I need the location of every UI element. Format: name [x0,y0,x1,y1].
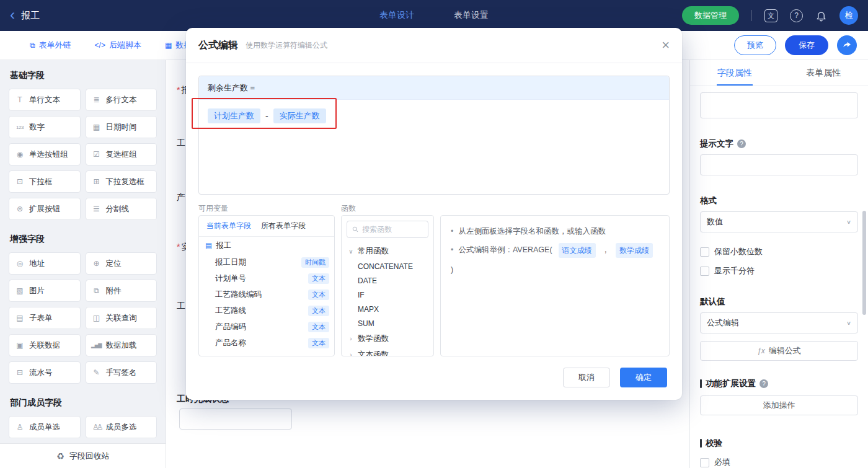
field-recycle-bin[interactable]: ♻ 字段回收站 [0,443,166,468]
sidebar-item-multi-select[interactable]: ⊞下拉复选框 [86,170,157,193]
sidebar-item-member-single[interactable]: ♙成员单选 [9,416,81,438]
hint-text-label: 提示文字 ? [700,138,858,149]
sidebar-item-checkbox-group[interactable]: ☑复选框组 [86,143,157,166]
sidebar-item-multi-line-text[interactable]: ≣多行文本 [86,89,157,111]
variable-row[interactable]: 工艺路线编码文本 [199,286,334,302]
sidebar-item-relation-data[interactable]: ▣关联数据 [9,334,81,356]
help-icon[interactable]: ? [790,9,803,22]
hint-text-input[interactable] [700,154,858,175]
function-search-input[interactable] [362,225,423,234]
type-badge: 文本 [308,273,329,284]
sidebar-item-image[interactable]: ▧图片 [9,280,81,302]
hint-help-icon[interactable]: ? [737,139,746,148]
toolbar-link-form-external[interactable]: ⧉ 表单外链 [30,40,71,51]
tab-form-settings[interactable]: 表单设置 [454,10,489,21]
format-select[interactable]: 数值 ∨ [700,211,858,232]
confirm-button[interactable]: 确定 [620,368,667,387]
variable-name: 计划单号 [215,273,246,284]
translate-icon[interactable]: 文 [764,9,777,22]
sidebar-item-member-multi[interactable]: ♙♙成员多选 [86,416,157,438]
tab-all-form-fields[interactable]: 所有表单字段 [261,221,306,231]
keep-decimal-checkbox[interactable]: 保留小数位数 [700,246,858,257]
extend-button-icon: ⊜ [14,205,25,213]
formula-token-planned-qty[interactable]: 计划生产数 [208,108,260,123]
sidebar-item-extend-button[interactable]: ⊜扩展按钮 [9,198,81,220]
back-button[interactable]: ‹ [10,7,15,22]
section-basic-fields: 基础字段 [10,70,156,81]
label-text: 工 [177,301,185,311]
formula-token-actual-qty[interactable]: 实际生产数 [273,108,326,123]
multi-select-icon: ⊞ [91,177,102,186]
variable-tree-root[interactable]: ▤ 报工 [199,237,334,254]
sidebar-item-data-load[interactable]: ▂▅▇数据加载 [86,334,157,356]
section-enhanced-fields: 增强字段 [10,234,156,245]
function-item[interactable]: SUM [342,316,433,330]
required-checkbox[interactable]: 必填 [700,457,858,468]
tab-field-properties[interactable]: 字段属性 [690,60,779,86]
topbar-right: 数据管理 文 ? 检 [682,6,858,25]
data-manage-button[interactable]: 数据管理 [682,6,739,25]
sidebar-item-location[interactable]: ⊕定位 [86,252,157,275]
close-icon[interactable]: × [662,38,670,52]
property-panel-tabs: 字段属性 表单属性 [690,60,868,86]
sidebar-item-single-line-text[interactable]: T单行文本 [9,89,81,111]
variable-row[interactable]: 产品名称文本 [199,335,334,351]
sidebar-item-select[interactable]: ⊡下拉框 [9,170,81,193]
variable-name: 工艺路线 [215,306,246,316]
cancel-button[interactable]: 取消 [563,368,610,387]
function-group-math[interactable]: › 数学函数 [342,330,433,347]
sidebar-item-signature[interactable]: ✎手写签名 [86,361,157,384]
function-item[interactable]: CONCATENATE [342,259,433,273]
sidebar-item-subform[interactable]: ▤子表单 [9,307,81,329]
variable-row[interactable]: 产品编码文本 [199,319,334,335]
item-label: 定位 [106,258,122,269]
sidebar-item-address[interactable]: ◎地址 [9,252,81,275]
variable-row[interactable]: 计划单号文本 [199,270,334,286]
formula-operator[interactable]: - [265,108,268,123]
sidebar-item-divider-line[interactable]: ☰分割线 [86,198,157,220]
document-icon: ▤ [205,241,212,250]
tab-form-properties[interactable]: 表单属性 [779,60,868,86]
share-button[interactable] [837,35,857,55]
field-title-input[interactable] [700,92,858,118]
sidebar-item-datetime[interactable]: ▦日期时间 [86,116,157,138]
sidebar-item-serial-number[interactable]: ⊟流水号 [9,361,81,384]
avatar[interactable]: 检 [839,6,858,25]
toolbar-link-backend-script[interactable]: </> 后端脚本 [95,40,141,51]
button-label: 添加操作 [763,400,795,411]
variable-row[interactable]: 工艺路线文本 [199,302,334,319]
function-search-box[interactable] [347,221,428,238]
work-status-input[interactable] [179,408,292,430]
default-value-select[interactable]: 公式编辑 ∨ [700,312,858,333]
sidebar-item-attachment[interactable]: ⧉附件 [86,280,157,302]
add-action-button[interactable]: 添加操作 [700,395,858,415]
sidebar-item-radio-group[interactable]: ◉单选按钮组 [9,143,81,166]
preview-button[interactable]: 预览 [734,35,776,55]
save-button[interactable]: 保存 [785,35,828,55]
extension-help-icon[interactable]: ? [760,379,768,388]
type-badge: 文本 [308,289,329,300]
function-item[interactable]: DATE [342,273,433,288]
edit-formula-button[interactable]: ƒx 编辑公式 [700,341,858,361]
number-icon: 123 [14,125,25,130]
variable-row[interactable]: 报工日期时间戳 [199,254,334,270]
function-group-text[interactable]: › 文本函数 [342,347,433,356]
sidebar-item-number[interactable]: 123数字 [9,116,81,138]
function-item[interactable]: MAPX [342,302,433,316]
function-group-common[interactable]: ∨ 常用函数 [342,243,433,259]
tab-current-form-fields[interactable]: 当前表单字段 [206,221,251,231]
scrollbar-thumb[interactable] [862,211,866,315]
thousand-separator-checkbox[interactable]: 显示千分符 [700,265,858,276]
validation-header: 校验 [700,438,858,449]
field-label-fragment: 产 [177,192,185,203]
tab-form-design[interactable]: 表单设计 [379,10,414,21]
bell-icon[interactable] [815,10,827,22]
formula-input-area[interactable]: 计划生产数 - 实际生产数 [199,100,669,194]
help-line-2: • 公式编辑举例：AVERAGE( 语文成绩 ， 数学成绩 ) [451,243,659,276]
available-variables-label: 可用变量 [198,203,228,214]
sidebar-item-relation-query[interactable]: ◫关联查询 [86,307,157,329]
item-label: 数字 [29,122,45,133]
function-item[interactable]: IF [342,288,433,302]
caret-down-icon: ∨ [348,248,354,255]
topbar: ‹ 报工 表单设计 表单设置 数据管理 文 ? 检 [0,0,868,31]
